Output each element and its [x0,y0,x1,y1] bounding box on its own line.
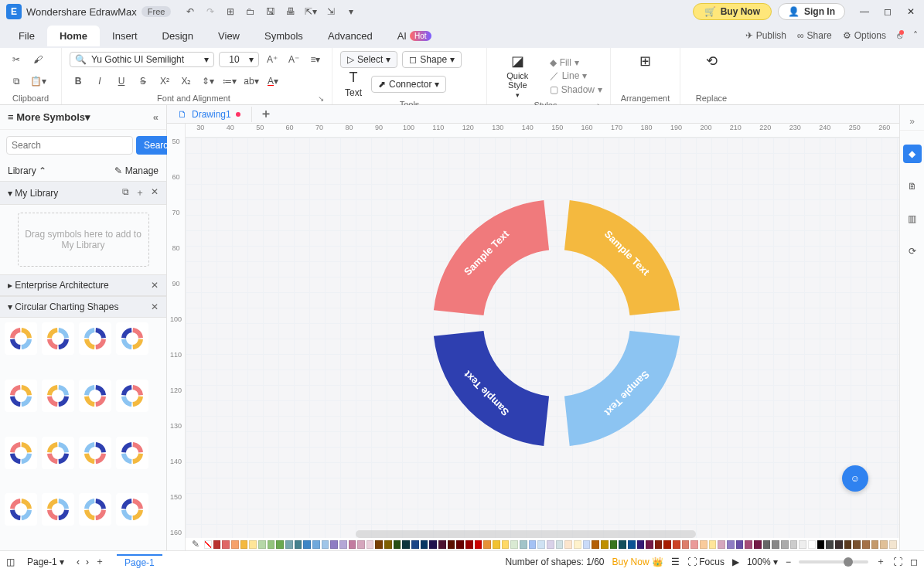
chat-assistant-icon[interactable]: ☺ [842,465,868,492]
color-swatch[interactable] [429,540,437,549]
increase-font-icon[interactable]: A⁺ [264,51,281,68]
shape-thumbnail[interactable] [42,493,74,526]
color-swatch[interactable] [258,540,266,549]
ent-close-icon[interactable]: ✕ [151,280,159,291]
color-swatch[interactable] [889,540,897,549]
style-panel-icon[interactable]: ◆ [903,145,922,163]
color-swatch[interactable] [394,540,401,549]
layers-icon[interactable]: ☰ [671,557,680,567]
color-swatch[interactable] [502,540,510,549]
next-page-icon[interactable]: › [86,557,89,567]
color-swatch[interactable] [295,540,302,549]
publish-button[interactable]: ✈ Publish [745,30,786,41]
color-swatch[interactable] [663,540,671,549]
color-swatch[interactable] [862,540,870,549]
color-swatch[interactable] [510,540,518,549]
shape-thumbnail[interactable] [116,380,148,412]
more-symbols-button[interactable]: ≡ More Symbols▾ [8,111,90,123]
open-icon[interactable]: 🗀 [244,5,257,19]
color-swatch[interactable] [529,540,537,549]
color-swatch[interactable] [601,540,609,549]
color-swatch[interactable] [592,540,599,549]
focus-button[interactable]: ⛶ Focus [687,557,725,567]
strike-icon[interactable]: S̶ [135,73,152,90]
shape-thumbnail[interactable] [5,437,37,469]
print-icon[interactable]: 🖶 [284,5,298,19]
underline-icon[interactable]: U [113,73,130,90]
color-swatch[interactable] [249,540,257,549]
fit-page-icon[interactable]: ⛶ [893,557,902,567]
eyedropper-icon[interactable]: ✎ [189,539,203,550]
mylib-new-icon[interactable]: ⧉ [122,186,129,199]
shape-thumbnail[interactable] [79,437,111,469]
shape-thumbnail[interactable] [116,437,148,469]
tab-view[interactable]: View [206,26,252,46]
text-case-icon[interactable]: ab▾ [243,73,260,90]
canvas[interactable]: Sample TextSample TextSample TextSample … [186,138,899,538]
color-swatch[interactable] [411,540,419,549]
font-size-select[interactable]: 10▾ [219,52,259,67]
enterprise-section[interactable]: ▸ Enterprise Architecture [8,280,109,291]
sign-in-button[interactable]: 👤Sign In [778,3,845,20]
quick-style-button[interactable]: ◪Quick Style▾ [495,51,540,100]
page-tab[interactable]: Page-1 [117,554,162,570]
file-tab-drawing1[interactable]: 🗋Drawing1 [167,107,252,122]
italic-icon[interactable]: I [91,73,108,90]
shape-thumbnail[interactable] [79,380,111,412]
color-swatch[interactable] [285,540,293,549]
arrangement-button[interactable]: ⊞ [635,51,656,71]
share-button[interactable]: ∞ Share [797,30,832,41]
color-swatch[interactable] [213,540,221,549]
mylib-dropzone[interactable]: Drag symbols here to add to My Library [18,213,149,267]
mylib-close-icon[interactable]: ✕ [151,186,159,199]
prev-page-icon[interactable]: ‹ [77,557,80,567]
add-tab-button[interactable]: ＋ [252,106,280,122]
color-swatch[interactable] [628,540,636,549]
collapse-sidebar-icon[interactable]: « [153,111,159,123]
shape-thumbnail[interactable] [5,380,37,412]
color-swatch[interactable] [537,540,545,549]
color-swatch[interactable] [736,540,744,549]
symbol-search-input[interactable] [6,136,133,155]
color-swatch[interactable] [303,540,311,549]
buy-now-button[interactable]: 🛒Buy Now [693,3,772,20]
format-painter-icon[interactable]: 🖌 [29,51,46,68]
tab-symbols[interactable]: Symbols [252,26,315,46]
color-swatch[interactable] [322,540,329,549]
shape-thumbnail[interactable] [116,493,148,526]
color-swatch[interactable] [790,540,798,549]
mylibrary-section[interactable]: ▾ My Library [8,188,58,199]
color-swatch[interactable] [493,540,500,549]
select-tool[interactable]: ▷ Select ▾ [340,51,397,68]
color-swatch[interactable] [375,540,383,549]
donut-chart-shape[interactable]: Sample TextSample TextSample TextSample … [425,192,688,455]
save-icon[interactable]: 🖫 [264,5,278,19]
paste-icon[interactable]: 📋▾ [29,73,46,90]
color-swatch[interactable] [330,540,338,549]
color-swatch[interactable] [402,540,410,549]
color-swatch[interactable] [367,540,374,549]
color-swatch[interactable] [844,540,852,549]
library-toggle[interactable]: Library ⌃ [8,165,46,176]
color-swatch[interactable] [727,540,735,549]
color-swatch[interactable] [610,540,618,549]
options-button[interactable]: ⚙ Options [843,30,886,41]
notifications-icon[interactable]: ⎋ [897,30,902,41]
color-swatch[interactable] [646,540,653,549]
redo-icon[interactable]: ↷ [203,5,217,19]
color-swatch[interactable] [438,540,446,549]
color-swatch[interactable] [312,540,320,549]
color-swatch[interactable] [456,540,464,549]
close-icon[interactable]: ✕ [904,5,918,19]
color-swatch[interactable] [349,540,356,549]
fullscreen-icon[interactable]: ◻ [910,557,918,567]
shape-thumbnail[interactable] [42,380,74,412]
color-swatch[interactable] [718,540,725,549]
tab-design[interactable]: Design [150,26,206,46]
page-panel-icon[interactable]: 🗎 [903,177,922,196]
shape-thumbnail[interactable] [42,437,74,469]
manage-library[interactable]: ✎ Manage [114,165,159,176]
shape-thumbnail[interactable] [5,493,37,526]
color-swatch[interactable] [682,540,690,549]
color-swatch[interactable] [817,540,825,549]
